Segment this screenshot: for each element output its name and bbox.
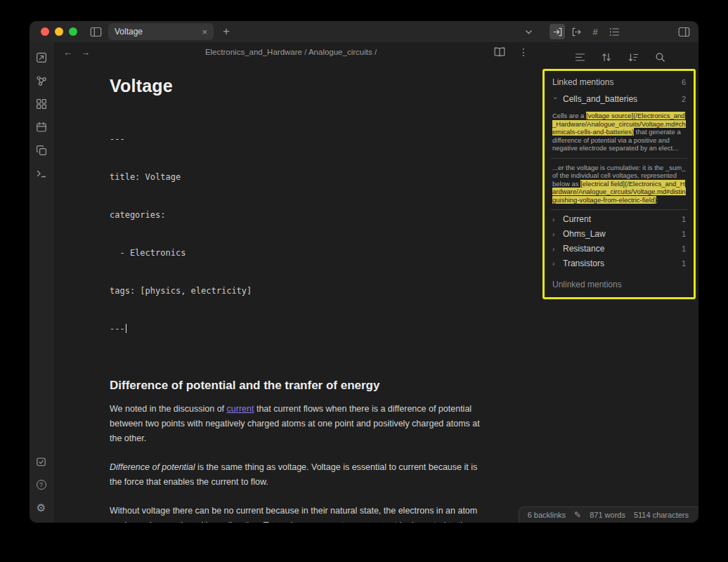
close-window-button[interactable] (41, 27, 49, 36)
backlink-group-cells-and-batteries[interactable]: › Cells_and_batteries 2 (551, 92, 687, 107)
frontmatter-line: --- (110, 133, 513, 145)
obsidian-window: Voltage × + # (30, 21, 698, 523)
more-options-icon[interactable]: ⋮ (516, 44, 531, 60)
quick-switcher-icon[interactable] (34, 51, 49, 64)
right-sidebar-tab-headers: # (541, 21, 698, 42)
linked-mentions-count: 6 (682, 78, 686, 86)
text-cursor (126, 324, 127, 333)
backlink-group-current[interactable]: › Current 1 (551, 212, 687, 227)
note-content: Voltage --- title: Voltage categories: -… (53, 62, 541, 523)
paragraph-text: We noted in the discussion of (110, 404, 227, 414)
pencil-icon: ✎ (574, 510, 581, 520)
chevron-down-icon[interactable]: › (552, 97, 559, 103)
workspace: ? ⚙ ← → Electronics_and_Hardware / Analo… (30, 42, 698, 523)
minimize-window-button[interactable] (55, 27, 63, 36)
paragraph: Without voltage there can be no current … (110, 504, 489, 523)
emphasis-text: Difference of potential (110, 462, 195, 472)
frontmatter-line: --- (110, 322, 513, 335)
internal-link-current[interactable]: current (227, 404, 254, 414)
chevron-right-icon[interactable]: › (552, 230, 559, 238)
result-text: Cells are a (552, 112, 586, 119)
status-bar: 6 backlinks ✎ 871 words 5114 characters (519, 507, 698, 523)
right-sidebar-toggle-icon[interactable] (676, 24, 691, 39)
frontmatter-line: tags: [physics, electricity] (110, 285, 513, 297)
tab-outgoing-links-icon[interactable] (568, 24, 584, 39)
status-backlinks[interactable]: 6 backlinks (528, 511, 566, 519)
backlink-group-count: 1 (682, 259, 686, 268)
linked-mentions-label: Linked mentions (552, 77, 613, 87)
backlink-group-resistance[interactable]: › Resistance 1 (551, 242, 687, 256)
tab-tags-icon[interactable]: # (587, 24, 603, 39)
backlink-group-count: 2 (682, 95, 686, 103)
tab-title: Voltage (115, 27, 197, 37)
tab-backlinks-icon[interactable] (550, 24, 565, 39)
backlink-group-count: 1 (682, 230, 686, 238)
new-tab-button[interactable]: + (219, 24, 234, 39)
collapsed-groups: › Current 1 › Ohms_Law 1 › Resistance 1 (551, 212, 687, 271)
navigate-back-button[interactable]: ← (63, 47, 72, 58)
note-title: Voltage (110, 76, 513, 96)
graph-view-icon[interactable] (34, 74, 49, 87)
canvas-icon[interactable] (34, 98, 49, 110)
backlinks-toolbar (541, 46, 698, 67)
chevron-right-icon[interactable]: › (552, 216, 559, 223)
unlinked-mentions-header[interactable]: Unlinked mentions (551, 271, 687, 291)
backlink-group-label: Resistance (563, 244, 677, 254)
paragraph: We noted in the discussion of current th… (110, 402, 489, 446)
tab-close-icon[interactable]: × (202, 27, 207, 37)
result-text: : (656, 196, 658, 204)
status-character-count: 5114 characters (634, 511, 689, 519)
templates-icon[interactable] (34, 144, 49, 157)
frontmatter-line-text: --- (110, 324, 125, 334)
frontmatter-line: categories: (110, 209, 513, 221)
tab-outline-icon[interactable] (606, 24, 622, 39)
help-icon[interactable]: ? (34, 478, 49, 491)
backlinks-panel: Linked mentions 6 › Cells_and_batteries … (541, 42, 698, 523)
left-sidebar-toggle-icon[interactable] (88, 24, 103, 39)
backlink-group-count: 1 (682, 215, 686, 223)
sort-order-icon[interactable] (625, 49, 641, 65)
terminal-icon[interactable] (34, 167, 49, 180)
frontmatter-line: - Electronics (110, 247, 513, 259)
section-heading: Difference of potential and the tranfer … (110, 379, 513, 393)
vault-switcher-icon[interactable] (34, 455, 49, 468)
daily-note-icon[interactable] (34, 121, 49, 133)
chevron-right-icon[interactable]: › (552, 245, 559, 253)
backlink-group-count: 1 (682, 244, 686, 253)
paragraph: Difference of potential is the same thin… (110, 460, 489, 490)
status-word-count: 871 words (590, 511, 625, 519)
navigate-forward-button[interactable]: → (81, 47, 90, 58)
backlink-group-label: Ohms_Law (563, 229, 677, 239)
search-icon[interactable] (652, 49, 668, 65)
linked-mentions-box: Linked mentions 6 › Cells_and_batteries … (542, 69, 696, 299)
help-question-glyph: ? (37, 480, 46, 490)
editor-pane: ← → Electronics_and_Hardware / Analogue_… (53, 42, 541, 523)
tab-list-chevron-icon[interactable] (521, 24, 536, 39)
backlink-group-label: Current (563, 214, 677, 224)
settings-icon[interactable]: ⚙ (34, 502, 49, 514)
chevron-right-icon[interactable]: › (552, 260, 559, 268)
zoom-window-button[interactable] (69, 27, 77, 36)
backlink-group-label: Transistors (563, 259, 677, 268)
tab-voltage[interactable]: Voltage × (108, 23, 214, 40)
view-header: ← → Electronics_and_Hardware / Analogue_… (53, 42, 541, 62)
frontmatter-line: title: Voltage (110, 171, 513, 183)
reading-mode-icon[interactable] (492, 44, 507, 60)
frontmatter-block[interactable]: --- title: Voltage categories: - Electro… (110, 107, 513, 360)
titlebar: Voltage × + # (30, 21, 698, 42)
backlink-result[interactable]: Cells are a [voltage source](/Electronic… (551, 107, 687, 159)
collapse-results-icon[interactable] (572, 49, 587, 65)
backlink-group-ohms-law[interactable]: › Ohms_Law 1 (551, 227, 687, 242)
left-ribbon: ? ⚙ (30, 42, 53, 523)
breadcrumb[interactable]: Electronics_and_Hardware / Analogue_circ… (98, 48, 483, 56)
backlink-group-label: Cells_and_batteries (563, 94, 677, 104)
backlink-group-transistors[interactable]: › Transistors 1 (551, 256, 687, 271)
linked-mentions-header[interactable]: Linked mentions 6 (551, 76, 687, 92)
show-more-context-icon[interactable] (599, 49, 614, 65)
backlink-result[interactable]: ...er the voltage is cumulative: it is t… (551, 159, 687, 211)
traffic-lights (41, 27, 77, 36)
